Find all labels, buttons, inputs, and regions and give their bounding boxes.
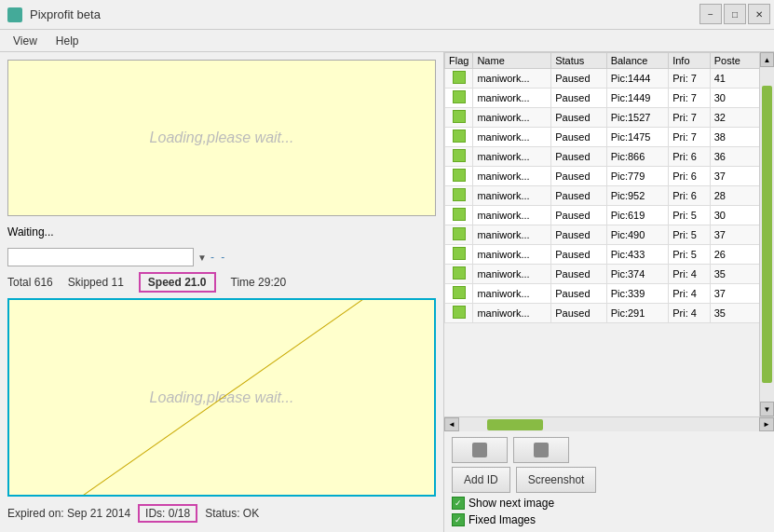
show-next-checkbox[interactable]: ✓ (452, 497, 465, 510)
balance-cell: Pic:619 (606, 206, 669, 225)
horizontal-scrollbar[interactable]: ◄ ► (444, 416, 774, 431)
name-cell: maniwork... (473, 245, 551, 265)
flag-cell (445, 304, 473, 323)
minimize-button[interactable]: − (699, 4, 722, 24)
info-cell: Pri: 6 (669, 147, 711, 167)
close-button[interactable]: ✕ (748, 4, 770, 24)
waiting-row: Waiting... (7, 222, 436, 242)
name-cell: maniwork... (473, 225, 551, 245)
name-cell: maniwork... (473, 147, 551, 167)
status-cell: Paused (551, 245, 606, 265)
flag-icon (453, 306, 466, 319)
maximize-button[interactable]: □ (724, 4, 746, 24)
flag-icon (453, 90, 466, 103)
table-row[interactable]: maniwork... Paused Pic:779 Pri: 6 37 (445, 167, 774, 186)
screenshot-button[interactable]: Screenshot (516, 467, 597, 493)
balance-cell: Pic:374 (606, 265, 669, 284)
table-row[interactable]: maniwork... Paused Pic:1475 Pri: 7 38 (445, 128, 774, 147)
status-cell: Paused (551, 108, 606, 128)
scroll-up-button[interactable]: ▲ (760, 52, 774, 67)
flag-cell (445, 147, 473, 167)
scroll-down-button[interactable]: ▼ (760, 402, 774, 416)
name-cell: maniwork... (473, 304, 551, 323)
info-cell: Pri: 5 (669, 206, 711, 225)
flag-cell (445, 167, 473, 186)
info-cell: Pri: 7 (669, 89, 711, 108)
table-row[interactable]: maniwork... Paused Pic:291 Pri: 4 35 (445, 304, 774, 323)
table-row[interactable]: maniwork... Paused Pic:1527 Pri: 7 32 (445, 108, 774, 128)
title-text: Pixprofit beta (30, 7, 101, 21)
flag-icon (453, 208, 466, 221)
flag-icon (453, 169, 466, 182)
speed-box: Speed 21.0 (139, 272, 216, 293)
balance-cell: Pic:291 (606, 304, 669, 323)
status-cell: Paused (551, 186, 606, 206)
right-panel: Flag Name Status Balance Info Poste mani… (443, 52, 774, 532)
flag-cell (445, 225, 473, 245)
info-cell: Pri: 4 (669, 265, 711, 284)
scroll-thumb-v[interactable] (762, 86, 772, 383)
flag-cell (445, 245, 473, 265)
info-cell: Pri: 4 (669, 304, 711, 323)
table-row[interactable]: maniwork... Paused Pic:619 Pri: 5 30 (445, 206, 774, 225)
info-cell: Pri: 7 (669, 69, 711, 89)
table-row[interactable]: maniwork... Paused Pic:1449 Pri: 7 30 (445, 89, 774, 108)
balance-cell: Pic:1475 (606, 128, 669, 147)
flag-cell (445, 284, 473, 304)
col-status: Status (551, 53, 606, 69)
flag-icon (453, 227, 466, 240)
balance-cell: Pic:433 (606, 245, 669, 265)
main-content: Loading,please wait... Waiting... ▼ - - … (0, 52, 774, 532)
scroll-thumb-h[interactable] (487, 419, 543, 430)
table-row[interactable]: maniwork... Paused Pic:490 Pri: 5 37 (445, 225, 774, 245)
icon-1-inner (472, 443, 487, 457)
table-row[interactable]: maniwork... Paused Pic:952 Pri: 6 28 (445, 186, 774, 206)
skipped-label: Skipped 11 (68, 276, 124, 289)
info-cell: Pri: 7 (669, 108, 711, 128)
status-cell: Paused (551, 89, 606, 108)
dropdown-arrow-icon[interactable]: ▼ (197, 252, 207, 263)
status-cell: Paused (551, 69, 606, 89)
flag-icon (453, 188, 466, 201)
loading-text-top: Loading,please wait... (150, 130, 294, 146)
col-flag: Flag (445, 53, 473, 69)
balance-cell: Pic:339 (606, 284, 669, 304)
show-next-row: ✓ Show next image (452, 497, 767, 510)
menu-help[interactable]: Help (47, 33, 88, 49)
table-row[interactable]: maniwork... Paused Pic:433 Pri: 5 26 (445, 245, 774, 265)
table-row[interactable]: maniwork... Paused Pic:1444 Pri: 7 41 (445, 69, 774, 89)
info-cell: Pri: 4 (669, 284, 711, 304)
icon-button-2[interactable] (513, 437, 569, 463)
flag-cell (445, 128, 473, 147)
waiting-label: Waiting... (7, 225, 54, 239)
table-row[interactable]: maniwork... Paused Pic:866 Pri: 6 36 (445, 147, 774, 167)
info-cell: Pri: 7 (669, 128, 711, 147)
add-id-button[interactable]: Add ID (452, 467, 510, 493)
main-buttons-row: Add ID Screenshot (452, 467, 767, 493)
dots-button[interactable]: - - (210, 251, 226, 264)
scroll-left-button[interactable]: ◄ (444, 417, 459, 431)
status-cell: Paused (551, 304, 606, 323)
progress-area: ▼ - - (7, 248, 436, 266)
time-label: Time 29:20 (231, 276, 287, 289)
show-next-label: Show next image (468, 497, 554, 510)
bottom-buttons: Add ID Screenshot ✓ Show next image ✓ Fi… (444, 431, 774, 532)
icon-button-1[interactable] (452, 437, 508, 463)
icon-buttons-row (452, 437, 767, 463)
menu-view[interactable]: View (4, 33, 47, 49)
flag-icon (453, 71, 466, 84)
balance-cell: Pic:952 (606, 186, 669, 206)
status-cell: Paused (551, 167, 606, 186)
flag-icon (453, 266, 466, 280)
table-row[interactable]: maniwork... Paused Pic:374 Pri: 4 35 (445, 265, 774, 284)
scroll-right-button[interactable]: ► (759, 417, 774, 431)
table-row[interactable]: maniwork... Paused Pic:339 Pri: 4 37 (445, 284, 774, 304)
fixed-images-row: ✓ Fixed Images (452, 513, 767, 526)
info-cell: Pri: 6 (669, 186, 711, 206)
col-name: Name (473, 53, 551, 69)
fixed-images-checkbox[interactable]: ✓ (452, 513, 465, 526)
info-cell: Pri: 6 (669, 167, 711, 186)
vertical-scrollbar[interactable]: ▲ ▼ (759, 52, 774, 416)
col-balance: Balance (606, 53, 669, 69)
flag-cell (445, 108, 473, 128)
